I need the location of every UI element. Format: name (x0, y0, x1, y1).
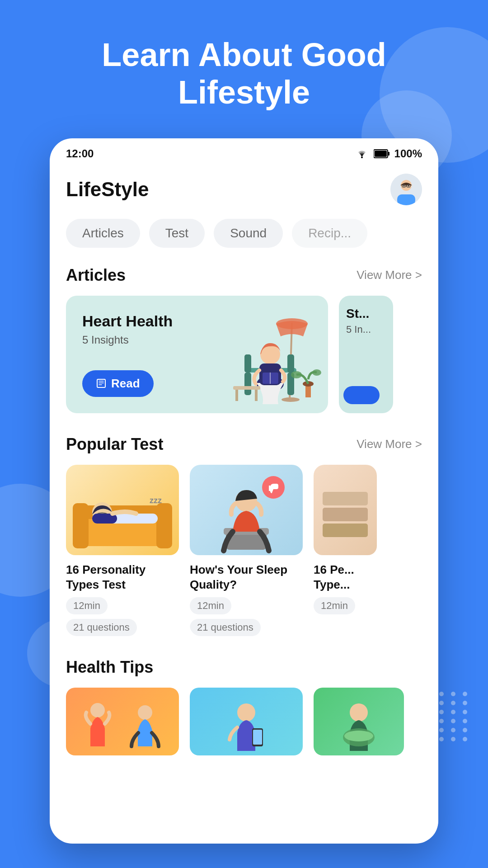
article-card-1[interactable]: Heart Health 5 Insights Read (66, 296, 328, 413)
svg-rect-33 (255, 390, 258, 401)
svg-rect-20 (244, 354, 251, 373)
page-headline: Learn About Good Lifestyle (0, 0, 488, 138)
svg-point-56 (344, 731, 373, 741)
article-card-2-partial[interactable]: St... 5 In... (339, 296, 393, 413)
svg-point-15 (282, 397, 300, 402)
svg-rect-31 (233, 386, 260, 390)
test-card-2-image (190, 465, 303, 555)
health-tips-section: Health Tips (66, 658, 422, 755)
battery-percentage: 100% (394, 147, 422, 160)
app-title: LifeStyle (66, 178, 149, 201)
tips-row (66, 688, 422, 755)
status-bar: 12:00 100% (50, 138, 438, 165)
svg-rect-48 (323, 524, 368, 537)
status-icons: 100% (355, 147, 422, 160)
svg-rect-36 (73, 503, 89, 548)
svg-rect-46 (323, 492, 368, 505)
phone-mockup: 12:00 100% LifeStyle (50, 138, 438, 844)
test-card-3-tags: 12min (314, 597, 377, 614)
popular-test-view-more[interactable]: View More > (357, 437, 422, 451)
test-card-1-image: zzz (66, 465, 179, 555)
svg-point-51 (237, 703, 255, 722)
test-card-1[interactable]: zzz 16 Personality Types Test 12min 21 q… (66, 465, 179, 637)
tip-card-1[interactable] (66, 688, 179, 755)
test-card-2[interactable]: How's Your Sleep Quality? 12min 21 quest… (190, 465, 303, 637)
popular-test-title: Popular Test (66, 435, 163, 454)
test-card-1-tags: 12min 21 questions (66, 597, 179, 636)
battery-icon (374, 149, 390, 159)
category-tabs: Articles Test Sound Recip... (66, 219, 422, 248)
articles-scroll: Heart Health 5 Insights Read (66, 296, 422, 413)
test-card-2-title: How's Your Sleep Quality? (190, 562, 303, 593)
svg-rect-6 (397, 194, 415, 205)
tests-grid: zzz 16 Personality Types Test 12min 21 q… (66, 465, 422, 637)
svg-rect-37 (156, 503, 172, 548)
svg-rect-32 (235, 390, 238, 401)
articles-view-more[interactable]: View More > (357, 268, 422, 282)
svg-point-29 (291, 371, 302, 378)
svg-point-54 (350, 703, 368, 722)
test-card-1-time: 12min (66, 597, 108, 614)
svg-point-0 (361, 156, 363, 158)
tab-sound[interactable]: Sound (214, 219, 283, 248)
svg-point-30 (312, 369, 321, 376)
articles-section-header: Articles View More > (66, 266, 422, 285)
svg-point-49 (90, 703, 105, 717)
svg-point-8 (404, 185, 405, 186)
svg-point-9 (408, 185, 409, 186)
svg-rect-21 (287, 354, 294, 373)
test-card-2-time: 12min (190, 597, 231, 614)
svg-rect-53 (253, 730, 262, 745)
app-header: LifeStyle (66, 174, 422, 205)
svg-rect-18 (244, 373, 251, 395)
tip-card-2[interactable] (190, 688, 303, 755)
svg-rect-47 (323, 508, 368, 521)
test-card-3-time: 12min (314, 597, 355, 614)
test-card-2-questions: 21 questions (190, 619, 261, 636)
svg-rect-3 (375, 151, 387, 157)
test-card-1-title: 16 Personality Types Test (66, 562, 179, 593)
tip-card-3[interactable] (314, 688, 404, 755)
tab-test[interactable]: Test (149, 219, 205, 248)
tab-articles[interactable]: Articles (66, 219, 140, 248)
avatar[interactable] (390, 174, 422, 205)
test-card-1-questions: 21 questions (66, 619, 137, 636)
app-content: LifeStyle Articl (50, 165, 438, 756)
svg-rect-13 (97, 379, 105, 387)
read-label: Read (111, 377, 140, 391)
popular-test-section-header: Popular Test View More > (66, 435, 422, 454)
tab-recipe[interactable]: Recip... (292, 219, 367, 248)
test-card-2-tags: 12min 21 questions (190, 597, 303, 636)
read-icon (96, 378, 107, 389)
status-time: 12:00 (66, 147, 94, 160)
test-card-3-partial[interactable]: 16 Pe...Type... 12min (314, 465, 377, 637)
svg-point-50 (138, 705, 152, 720)
health-tips-title: Health Tips (66, 658, 422, 677)
svg-rect-2 (388, 152, 389, 156)
wifi-icon (355, 148, 369, 159)
test-card-3-image (314, 465, 377, 555)
test-card-3-title: 16 Pe...Type... (314, 562, 377, 593)
read-button-1[interactable]: Read (82, 370, 154, 397)
svg-text:zzz: zzz (150, 496, 162, 505)
articles-title: Articles (66, 266, 126, 285)
